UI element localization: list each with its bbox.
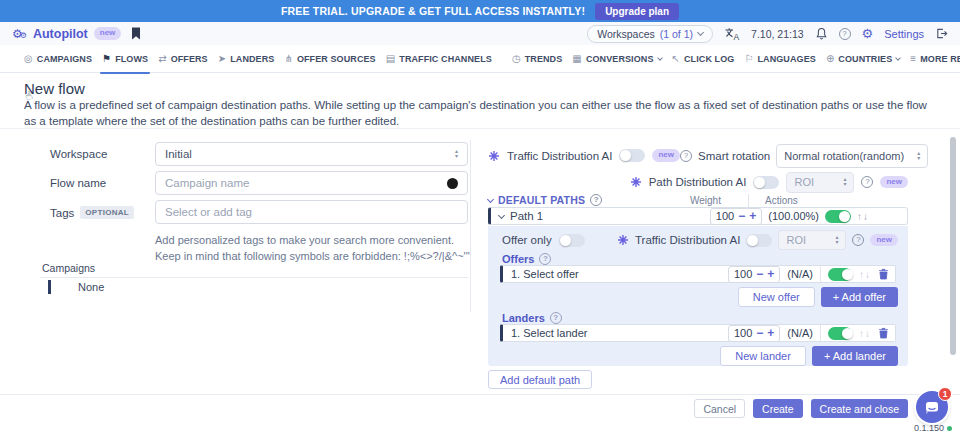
chat-widget-button[interactable]: 1 [916, 391, 948, 423]
select-carets-icon: ▴▾ [917, 151, 920, 161]
path-enabled-toggle[interactable] [825, 210, 851, 223]
workspaces-selector[interactable]: Workspaces (1 of 1) [587, 25, 713, 43]
lander-enabled-toggle[interactable] [828, 327, 852, 340]
campaign-accent-bar [48, 280, 51, 294]
minus-button[interactable]: − [738, 210, 745, 222]
settings-link[interactable]: Settings [884, 28, 924, 40]
tab-landers[interactable]: ➤LANDERS [218, 45, 275, 73]
delete-offer-icon[interactable] [878, 268, 889, 280]
path-traffic-ai-metric-select[interactable]: ROI ▴▾ [778, 230, 846, 250]
actions-column-header: Actions [765, 195, 798, 206]
minus-button[interactable]: − [756, 327, 763, 339]
chevron-down-icon[interactable] [498, 211, 505, 218]
offer-weight-value[interactable]: 100 [734, 268, 752, 280]
plus-button[interactable]: + [767, 268, 774, 280]
path-traffic-ai-help-icon[interactable]: ? [852, 234, 864, 246]
row-divider [820, 266, 821, 282]
offer-only-toggle[interactable] [559, 234, 585, 247]
flow-name-input[interactable] [165, 177, 447, 189]
offer-buttons-row: New offer + Add offer [738, 287, 898, 307]
delete-lander-icon[interactable] [878, 327, 889, 339]
default-paths-help-icon[interactable]: ? [590, 194, 602, 206]
version-label: 0.1.150 [914, 423, 952, 433]
gear-icon[interactable]: ⚙ [862, 27, 874, 40]
add-default-path-button[interactable]: Add default path [488, 370, 592, 389]
new-offer-button[interactable]: New offer [738, 287, 815, 307]
create-button[interactable]: Create [753, 399, 803, 418]
reorder-arrows[interactable]: ↑↓ [859, 269, 871, 280]
offer-name[interactable]: 1. Select offer [511, 268, 579, 280]
lander-weight-value[interactable]: 100 [734, 327, 752, 339]
tab-conversions[interactable]: ▦CONVERSIONS [572, 45, 661, 73]
flow-color-dot[interactable] [447, 178, 458, 189]
reorder-arrows[interactable]: ↑↓ [859, 328, 871, 339]
page-description: A flow is a predefined set of campaign d… [24, 98, 936, 130]
chevron-down-icon [697, 29, 704, 36]
app-logo[interactable]: ⚙⚙ Autopilot new [12, 27, 121, 41]
lander-name[interactable]: 1. Select lander [511, 327, 587, 339]
bookmark-icon[interactable] [131, 27, 141, 40]
offers-help-icon[interactable]: ? [539, 253, 551, 265]
flag-icon: ⚑ [102, 53, 111, 64]
logout-icon[interactable] [935, 27, 948, 40]
chevron-down-icon [657, 55, 663, 61]
flow-name-field-wrap [155, 171, 468, 195]
workspace-select[interactable]: Initial ▴▾ [155, 142, 468, 166]
add-offer-button[interactable]: + Add offer [821, 287, 898, 307]
path-name: Path 1 [510, 210, 543, 222]
tab-flows[interactable]: ⚑FLOWS [102, 45, 148, 73]
footer-buttons: Cancel Create Create and close [694, 399, 908, 418]
tab-more-reports[interactable]: ≡MORE REPORTS [910, 45, 960, 73]
tab-trends[interactable]: ◷TRENDS [512, 45, 562, 73]
tab-offer-sources[interactable]: ⋔OFFER SOURCES [284, 45, 375, 73]
flow-name-label: Flow name [50, 177, 106, 189]
plus-button[interactable]: + [767, 327, 774, 339]
path-ai-toggle[interactable] [753, 176, 779, 189]
bell-icon[interactable] [815, 27, 828, 40]
trial-banner-text: FREE TRIAL. UPGRADE & GET FULL ACCESS IN… [281, 5, 585, 17]
smart-rotation-select[interactable]: Normal rotation(random) ▴▾ [776, 144, 928, 168]
traffic-ai-toggle[interactable] [619, 149, 645, 162]
path-traffic-ai-toggle[interactable] [746, 234, 772, 247]
tab-countries[interactable]: ⊕COUNTRIES [826, 45, 900, 73]
tags-input[interactable] [165, 206, 458, 218]
panel-divider [470, 140, 471, 312]
paper-plane-icon: ➤ [218, 53, 226, 64]
offer-row: 1. Select offer 100 − + (N/A) ↑↓ [500, 265, 896, 283]
tab-click-log[interactable]: ↖CLICK LOG [672, 45, 735, 73]
offer-only-row: Offer only Traffic Distribution AI ROI ▴… [502, 231, 898, 249]
scrollbar-thumb[interactable] [950, 137, 956, 355]
tab-offers[interactable]: ⇄OFFERS [158, 45, 208, 73]
add-lander-button[interactable]: + Add lander [812, 346, 898, 366]
offer-weight-stepper: 100 − + [728, 266, 780, 283]
translate-icon[interactable]: A [724, 27, 740, 40]
landers-help-icon[interactable]: ? [550, 312, 562, 324]
tab-traffic-channels[interactable]: ▤TRAFFIC CHANNELS [386, 45, 492, 73]
logo-text: Autopilot [33, 27, 88, 41]
datetime-display: 7.10, 21:13 [751, 28, 804, 40]
path-weight-value[interactable]: 100 [716, 210, 734, 222]
ai-sparkle-icon [630, 176, 642, 188]
path-ai-metric-select[interactable]: ROI ▴▾ [786, 172, 854, 193]
new-lander-button[interactable]: New lander [720, 346, 806, 366]
tags-label: Tags [50, 207, 74, 219]
tab-campaigns[interactable]: ◎CAMPAIGNS [24, 45, 92, 73]
path-ai-help-icon[interactable]: ? [861, 176, 873, 188]
tab-languages[interactable]: ⚐LANGUAGES [744, 45, 815, 73]
smart-rotation-help-icon[interactable]: ? [680, 150, 692, 162]
upgrade-plan-button[interactable]: Upgrade plan [595, 3, 679, 20]
cancel-button[interactable]: Cancel [694, 399, 745, 418]
help-icon[interactable]: ? [839, 28, 851, 40]
globe-icon: ⊕ [826, 53, 834, 64]
minus-button[interactable]: − [756, 268, 763, 280]
lander-row: 1. Select lander 100 − + (N/A) ↑↓ [500, 324, 896, 342]
offer-enabled-toggle[interactable] [828, 268, 852, 281]
reorder-arrows[interactable]: ↑↓ [857, 211, 869, 222]
plus-button[interactable]: + [749, 210, 756, 222]
path-ai-label: Path Distribution AI [649, 176, 747, 188]
create-and-close-button[interactable]: Create and close [811, 399, 908, 418]
landers-section-label: Landers ? [502, 312, 562, 324]
chevron-down-icon [895, 55, 901, 61]
logo-new-badge: new [94, 27, 122, 39]
select-carets-icon: ▴▾ [843, 177, 846, 187]
